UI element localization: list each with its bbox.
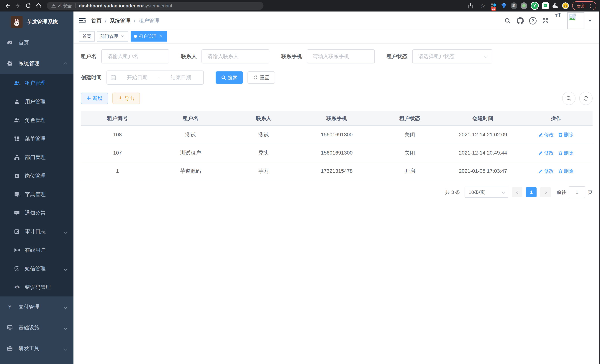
sidebar-item-dept[interactable]: 部门管理 — [0, 148, 74, 167]
sidebar-item-notice[interactable]: 通知公告 — [0, 204, 74, 222]
cell-created-at: 2021-12-14 20:49:44 — [446, 144, 519, 162]
status-select[interactable]: 请选择租户状态 — [412, 49, 492, 64]
sidebar-item-tenant[interactable]: 租户管理 — [0, 74, 74, 92]
sidebar-item-label: 岗位管理 — [25, 172, 69, 179]
chat-glyph-icon — [543, 3, 548, 8]
date-range-picker[interactable]: 开始日期 - 结束日期 — [106, 71, 204, 84]
sidebar-item-post[interactable]: 岗位管理 — [0, 167, 74, 185]
sidebar-item-label: 角色管理 — [25, 117, 69, 124]
edit-log-icon — [14, 229, 20, 234]
sidebar-item-devtools[interactable]: 研发工具 — [0, 338, 74, 359]
tab-close-icon[interactable]: × — [159, 34, 164, 39]
delete-link[interactable]: 删除 — [558, 168, 573, 174]
sidebar-item-home[interactable]: 首页 — [0, 32, 74, 53]
cell-mobile: 15601691300 — [300, 144, 373, 162]
green-dot-icon — [522, 4, 525, 7]
extension-chat-icon[interactable] — [542, 2, 549, 9]
sidebar-item-dict[interactable]: 字典管理 — [0, 185, 74, 204]
github-button[interactable] — [514, 11, 526, 30]
browser-back-button[interactable] — [3, 1, 12, 10]
current-page-button[interactable]: 1 — [526, 187, 536, 197]
help-button[interactable]: ? — [526, 11, 539, 30]
sidebar-item-user[interactable]: 用户管理 — [0, 92, 74, 111]
sidebar-item-label: 字典管理 — [25, 191, 69, 198]
pagination-goto: 前往 页 — [557, 186, 593, 198]
add-button[interactable]: 新增 — [81, 93, 108, 104]
start-date-input[interactable]: 开始日期 — [118, 74, 156, 81]
edit-link[interactable]: 修改 — [539, 150, 554, 156]
sidebar-item-audit-log[interactable]: 审计日志 — [0, 222, 74, 241]
bookmark-star-button[interactable]: ☆ — [478, 1, 487, 10]
prev-page-button[interactable] — [512, 187, 523, 197]
mobile-input[interactable] — [307, 53, 375, 59]
window-right-edge — [599, 11, 600, 364]
extension-command-icon[interactable]: ⌘ — [511, 2, 517, 9]
breadcrumb-home[interactable]: 首页 — [91, 17, 102, 24]
extension-pixel-icon[interactable]: 10 — [490, 2, 497, 9]
browser-reload-button[interactable] — [24, 1, 33, 10]
sidebar-logo[interactable]: 芋道管理系统 — [0, 11, 74, 32]
cell-tenant-id: 1 — [81, 162, 154, 180]
share-button[interactable] — [466, 1, 475, 10]
delete-link[interactable]: 删除 — [558, 150, 573, 156]
goto-label: 前往 — [557, 189, 566, 196]
url-path: /system/tenant — [142, 3, 172, 9]
extension-dot-icon[interactable] — [521, 2, 527, 9]
sidebar-item-payment[interactable]: ¥ 支付管理 — [0, 297, 74, 317]
page-size-select[interactable]: 10条/页 — [465, 187, 508, 198]
browser-window: 不安全 dashboard.yudao.iocoder.cn/system/te… — [0, 0, 600, 364]
browser-home-button[interactable] — [34, 1, 43, 10]
refresh-icon — [253, 75, 258, 80]
extension-yudao-icon[interactable]: Y — [531, 2, 539, 10]
forward-arrow-icon — [15, 3, 21, 9]
next-page-button[interactable] — [540, 187, 551, 197]
tags-view-bar: 首页 部门管理 × 租户管理 × — [74, 30, 600, 43]
profile-avatar-button[interactable] — [562, 2, 569, 9]
header-search-button[interactable] — [501, 11, 514, 30]
user-avatar[interactable] — [567, 12, 584, 29]
top-navbar: 首页 / 系统管理 / 租户管理 ? — [74, 11, 600, 30]
tab-home[interactable]: 首页 — [79, 31, 95, 42]
cell-tenant-name: 测试租户 — [154, 144, 227, 162]
extension-gem-icon[interactable] — [501, 2, 507, 9]
extensions-puzzle-button[interactable] — [552, 2, 559, 9]
browser-forward-button[interactable] — [13, 1, 22, 10]
export-button[interactable]: 导出 — [112, 93, 140, 104]
search-button[interactable]: 搜索 — [216, 71, 243, 84]
security-warning[interactable]: 不安全 — [51, 3, 72, 9]
end-date-input[interactable]: 结束日期 — [162, 74, 200, 81]
edit-link[interactable]: 修改 — [539, 131, 554, 138]
sidebar-fold-button[interactable] — [79, 17, 86, 25]
select-placeholder: 请选择租户状态 — [418, 53, 455, 60]
address-bar[interactable]: 不安全 dashboard.yudao.iocoder.cn/system/te… — [47, 2, 263, 10]
sidebar-item-menu[interactable]: 菜单管理 — [0, 130, 74, 148]
contact-input[interactable] — [202, 53, 269, 59]
edit-link[interactable]: 修改 — [539, 168, 554, 174]
toggle-search-button[interactable] — [562, 92, 575, 105]
sidebar-item-infra[interactable]: 基础设施 — [0, 317, 74, 338]
url-host: dashboard.yudao.iocoder.cn — [79, 3, 142, 9]
avatar-caret-icon[interactable] — [588, 20, 592, 22]
column-header: 租户状态 — [373, 111, 446, 125]
refresh-table-button[interactable] — [579, 92, 593, 105]
fullscreen-button[interactable] — [539, 11, 552, 30]
chevron-right-icon — [544, 191, 547, 194]
sidebar-item-online-user[interactable]: 在线用户 — [0, 241, 74, 259]
reset-button[interactable]: 重置 — [247, 71, 275, 84]
sidebar-item-system[interactable]: 系统管理 — [0, 53, 74, 74]
tab-tenant[interactable]: 租户管理 × — [131, 31, 167, 42]
goto-page-input[interactable] — [569, 186, 585, 198]
tab-close-icon[interactable]: × — [120, 34, 125, 39]
tenant-name-input[interactable] — [102, 53, 169, 59]
delete-link[interactable]: 删除 — [558, 131, 573, 138]
kebab-menu-icon[interactable]: ⋮ — [588, 3, 593, 8]
browser-update-button[interactable]: 更新 ⋮ — [572, 1, 596, 10]
tab-dept[interactable]: 部门管理 × — [97, 31, 128, 42]
sidebar-item-sms[interactable]: 短信管理 — [0, 259, 74, 278]
font-size-button[interactable]: TT — [552, 11, 564, 30]
breadcrumb-system[interactable]: 系统管理 — [110, 17, 131, 24]
font-size-small-glyph: T — [555, 13, 558, 18]
sidebar-item-error-code[interactable]: </> 错误码管理 — [0, 278, 74, 297]
font-size-big-glyph: T — [558, 11, 561, 18]
sidebar-item-role[interactable]: 角色管理 — [0, 111, 74, 130]
